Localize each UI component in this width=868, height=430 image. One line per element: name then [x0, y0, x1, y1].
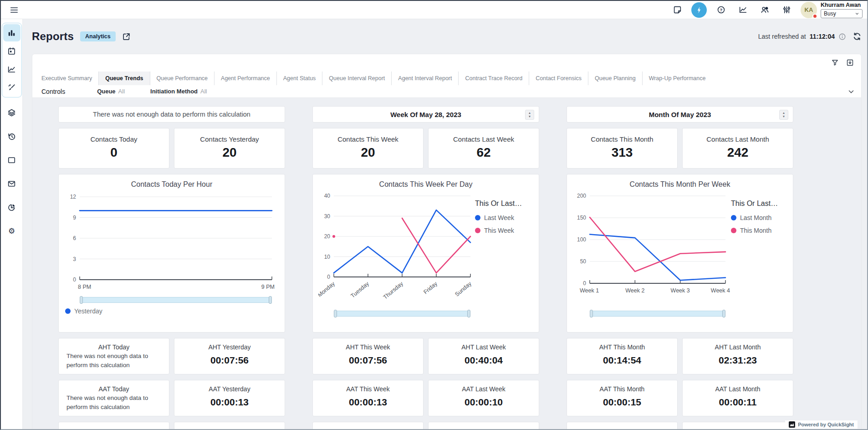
filter-label: Queue — [97, 88, 115, 95]
scrollbar-handle-left[interactable] — [80, 296, 83, 304]
info-icon[interactable] — [838, 33, 846, 41]
metric-aat-last-month: AAT Last Month 00:00:11 — [682, 380, 793, 416]
status-value: Busy — [824, 10, 836, 17]
period-stepper[interactable]: ▲▼ — [525, 110, 534, 120]
sidebar-item-bar-chart-icon[interactable] — [3, 24, 20, 41]
step-up-icon[interactable]: ▲ — [528, 112, 531, 115]
legend-entry[interactable]: This Month — [731, 227, 787, 234]
chart-scrollbar[interactable] — [590, 311, 725, 317]
metric-value: 00:40:04 — [465, 355, 503, 366]
sidebar-item-pie-chart-icon[interactable] — [3, 199, 20, 216]
sidebar-item-design-brush-icon[interactable] — [3, 79, 20, 96]
sidebar-item-gear-icon[interactable]: ⚙ — [3, 222, 20, 240]
panel-tools — [32, 54, 861, 72]
chart-legend[interactable]: Yesterday — [65, 307, 279, 315]
metric-value: 00:00:11 — [719, 397, 757, 408]
user-meta: Khurram Awan Busy — [821, 2, 863, 18]
scrollbar-handle-right[interactable] — [722, 310, 725, 317]
legend-label: Last Week — [484, 214, 514, 221]
sidebar-item-mail-icon[interactable] — [3, 175, 20, 192]
svg-text:100: 100 — [577, 236, 586, 243]
step-down-icon[interactable]: ▼ — [528, 115, 531, 118]
aat-row: AAT Today There was not enough data to p… — [58, 380, 285, 416]
metric-label: AAT This Month — [600, 385, 645, 393]
kpi-value: 20 — [361, 145, 375, 160]
avatar[interactable]: KA — [801, 2, 817, 18]
sidebar-item-line-chart-icon[interactable] — [3, 61, 20, 78]
filter-value: All — [200, 88, 207, 95]
sliders-icon[interactable] — [779, 2, 794, 18]
kpi-contacts-last-week: Contacts Last Week 62 — [428, 128, 539, 169]
period-stepper[interactable]: ▲▼ — [779, 110, 788, 120]
powered-by-quicksight[interactable]: Powered by QuickSight — [785, 420, 858, 429]
scrollbar-handle-right[interactable] — [467, 310, 470, 317]
filter-queue[interactable]: Queue All — [97, 88, 125, 95]
people-icon[interactable] — [757, 2, 772, 18]
chart-scrollbar[interactable] — [80, 297, 272, 303]
tab-queue-interval-report[interactable]: Queue Interval Report — [322, 72, 391, 85]
tab-queue-planning[interactable]: Queue Planning — [588, 72, 642, 85]
line-chart-icon[interactable] — [735, 2, 751, 18]
aht-row: AHT Today There was not enough data to p… — [58, 338, 285, 374]
scrollbar-handle-left[interactable] — [590, 310, 593, 317]
svg-text:150: 150 — [577, 215, 586, 221]
svg-text:30: 30 — [324, 213, 331, 220]
tab-contract-trace-record[interactable]: Contract Trace Record — [458, 72, 529, 85]
tab-agent-status[interactable]: Agent Status — [276, 72, 322, 85]
sidebar: ⚙ — [1, 19, 23, 429]
step-up-icon[interactable]: ▲ — [782, 112, 785, 115]
filter-initiation-method[interactable]: Initiation Method All — [150, 88, 207, 95]
chart-card-contacts-today-per-hour: Contacts Today Per Hour 0369128 PM9 PM Y… — [58, 174, 285, 333]
step-down-icon[interactable]: ▼ — [782, 115, 785, 118]
line-chart-contacts-this-week: 010203040MondayTuesdayThursdayFridaySund… — [318, 189, 475, 311]
svg-text:Friday: Friday — [422, 280, 439, 296]
chart-title: Contacts This Month Per Week — [572, 180, 787, 189]
legend-entry[interactable]: This Week — [475, 227, 532, 234]
legend-entry[interactable]: Last Week — [475, 214, 532, 221]
busy-status-dot — [812, 14, 817, 19]
kpi-contacts-today: Contacts Today 0 — [58, 128, 169, 169]
metric-value: 00:00:13 — [210, 397, 249, 408]
help-icon[interactable]: ? — [713, 2, 729, 18]
scrollbar-handle-right[interactable] — [269, 296, 272, 304]
kpi-row: Contacts This Week 20 Contacts Last Week… — [312, 128, 539, 169]
tab-queue-trends[interactable]: Queue Trends — [98, 72, 149, 85]
tab-executive-summary[interactable]: Executive Summary — [35, 72, 98, 85]
tab-strip: Executive SummaryQueue TrendsQueue Perfo… — [32, 72, 861, 85]
clipped-next-row — [58, 422, 285, 429]
sidebar-item-calendar-icon[interactable] — [3, 42, 20, 60]
legend-dot — [475, 215, 480, 220]
tab-contact-forensics[interactable]: Contact Forensics — [529, 72, 588, 85]
tab-wrap-up-performance[interactable]: Wrap-Up Performance — [642, 72, 712, 85]
metric-label: AAT Today — [99, 385, 129, 393]
user-name: Khurram Awan — [821, 2, 863, 8]
external-link-icon[interactable] — [122, 32, 131, 41]
sidebar-item-window-icon[interactable] — [3, 151, 20, 169]
tab-agent-interval-report[interactable]: Agent Interval Report — [391, 72, 458, 85]
menu-icon[interactable] — [6, 2, 22, 18]
metric-aat-this-week: AAT This Week 00:00:13 — [312, 380, 424, 416]
refresh-icon[interactable] — [853, 32, 862, 41]
filter-icon[interactable] — [831, 59, 839, 67]
kpi-contacts-last-month: Contacts Last Month 242 — [682, 128, 793, 169]
legend-entry[interactable]: Last Month — [731, 214, 787, 221]
scrollbar-handle-left[interactable] — [334, 310, 337, 317]
kpi-label: Contacts Today — [90, 135, 137, 143]
sidebar-item-layers-icon[interactable] — [3, 104, 20, 121]
sidebar-item-history-icon[interactable] — [3, 128, 20, 145]
column-header-card: Month Of May 2023 ▲▼ — [567, 106, 793, 123]
legend-title: This Or Last… — [731, 200, 787, 208]
note-icon[interactable] — [669, 2, 685, 18]
tab-queue-performance[interactable]: Queue Performance — [150, 72, 214, 85]
controls-title: Controls — [41, 88, 65, 95]
collapse-controls-icon[interactable] — [848, 88, 855, 95]
metric-label: AHT This Week — [346, 343, 390, 351]
export-icon[interactable] — [846, 59, 854, 67]
status-select[interactable]: Busy — [821, 9, 863, 18]
metric-value: 02:31:23 — [719, 355, 757, 366]
lightning-icon[interactable] — [691, 2, 707, 18]
chart-scrollbar[interactable] — [334, 311, 470, 317]
line-chart-contacts-today: 0369128 PM9 PM — [64, 189, 278, 296]
metric-aht-this-month: AHT This Month 00:14:54 — [567, 338, 678, 374]
tab-agent-performance[interactable]: Agent Performance — [214, 72, 276, 85]
